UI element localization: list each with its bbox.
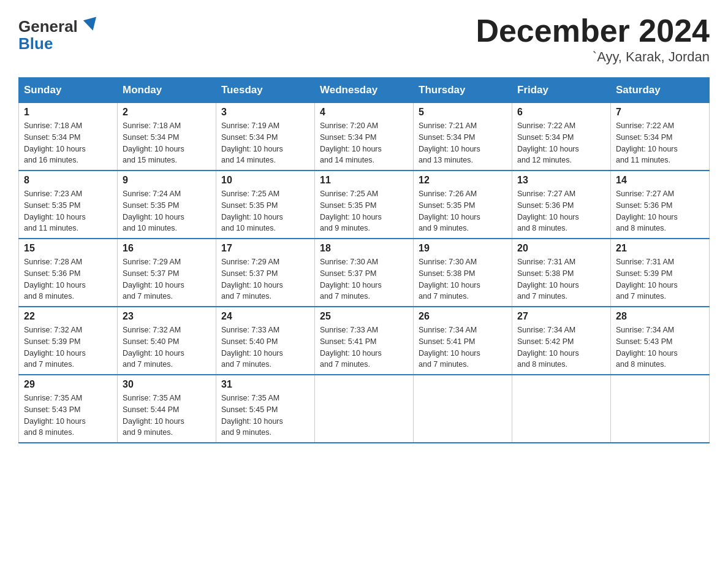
- calendar-table: Sunday Monday Tuesday Wednesday Thursday…: [18, 77, 710, 443]
- table-row: 15 Sunrise: 7:28 AM Sunset: 5:36 PM Dayl…: [19, 239, 118, 307]
- day-number: 14: [616, 175, 704, 186]
- table-row: [611, 375, 710, 443]
- day-number: 3: [221, 107, 309, 118]
- day-info: Sunrise: 7:30 AM Sunset: 5:38 PM Dayligh…: [419, 256, 507, 302]
- day-number: 16: [123, 243, 211, 254]
- table-row: 6 Sunrise: 7:22 AM Sunset: 5:34 PM Dayli…: [512, 103, 611, 171]
- table-row: 2 Sunrise: 7:18 AM Sunset: 5:34 PM Dayli…: [118, 103, 216, 171]
- day-info: Sunrise: 7:35 AM Sunset: 5:44 PM Dayligh…: [123, 393, 211, 439]
- day-number: 2: [123, 107, 211, 118]
- table-row: 21 Sunrise: 7:31 AM Sunset: 5:39 PM Dayl…: [611, 239, 710, 307]
- day-info: Sunrise: 7:32 AM Sunset: 5:39 PM Dayligh…: [24, 324, 112, 370]
- table-row: [414, 375, 512, 443]
- table-row: 22 Sunrise: 7:32 AM Sunset: 5:39 PM Dayl…: [19, 307, 118, 375]
- day-info: Sunrise: 7:24 AM Sunset: 5:35 PM Dayligh…: [123, 188, 211, 234]
- svg-text:Blue: Blue: [18, 34, 53, 53]
- table-row: 25 Sunrise: 7:33 AM Sunset: 5:41 PM Dayl…: [315, 307, 414, 375]
- logo-svg: General Blue: [18, 12, 104, 55]
- calendar-week-row: 15 Sunrise: 7:28 AM Sunset: 5:36 PM Dayl…: [19, 239, 710, 307]
- header-saturday: Saturday: [611, 78, 710, 103]
- day-info: Sunrise: 7:30 AM Sunset: 5:37 PM Dayligh…: [320, 256, 408, 302]
- calendar-week-row: 29 Sunrise: 7:35 AM Sunset: 5:43 PM Dayl…: [19, 375, 710, 443]
- table-row: 16 Sunrise: 7:29 AM Sunset: 5:37 PM Dayl…: [118, 239, 216, 307]
- table-row: 14 Sunrise: 7:27 AM Sunset: 5:36 PM Dayl…: [611, 170, 710, 239]
- day-info: Sunrise: 7:35 AM Sunset: 5:45 PM Dayligh…: [221, 393, 309, 439]
- table-row: 29 Sunrise: 7:35 AM Sunset: 5:43 PM Dayl…: [19, 375, 118, 443]
- table-row: 26 Sunrise: 7:34 AM Sunset: 5:41 PM Dayl…: [414, 307, 512, 375]
- day-number: 18: [320, 243, 408, 254]
- day-info: Sunrise: 7:33 AM Sunset: 5:40 PM Dayligh…: [221, 324, 309, 370]
- day-number: 22: [24, 311, 112, 322]
- day-info: Sunrise: 7:31 AM Sunset: 5:38 PM Dayligh…: [517, 256, 605, 302]
- day-info: Sunrise: 7:18 AM Sunset: 5:34 PM Dayligh…: [123, 120, 211, 166]
- day-number: 24: [221, 311, 309, 322]
- table-row: 27 Sunrise: 7:34 AM Sunset: 5:42 PM Dayl…: [512, 307, 611, 375]
- day-info: Sunrise: 7:18 AM Sunset: 5:34 PM Dayligh…: [24, 120, 112, 166]
- day-info: Sunrise: 7:29 AM Sunset: 5:37 PM Dayligh…: [123, 256, 211, 302]
- header-tuesday: Tuesday: [216, 78, 315, 103]
- day-info: Sunrise: 7:28 AM Sunset: 5:36 PM Dayligh…: [24, 256, 112, 302]
- table-row: 8 Sunrise: 7:23 AM Sunset: 5:35 PM Dayli…: [19, 170, 118, 239]
- month-title: December 2024: [476, 12, 710, 49]
- day-info: Sunrise: 7:29 AM Sunset: 5:37 PM Dayligh…: [221, 256, 309, 302]
- day-number: 13: [517, 175, 605, 186]
- logo: General Blue: [18, 12, 104, 55]
- day-info: Sunrise: 7:22 AM Sunset: 5:34 PM Dayligh…: [616, 120, 704, 166]
- day-info: Sunrise: 7:35 AM Sunset: 5:43 PM Dayligh…: [24, 393, 112, 439]
- day-info: Sunrise: 7:27 AM Sunset: 5:36 PM Dayligh…: [616, 188, 704, 234]
- day-number: 26: [419, 311, 507, 322]
- day-number: 31: [221, 379, 309, 390]
- table-row: 28 Sunrise: 7:34 AM Sunset: 5:43 PM Dayl…: [611, 307, 710, 375]
- table-row: 24 Sunrise: 7:33 AM Sunset: 5:40 PM Dayl…: [216, 307, 315, 375]
- day-number: 15: [24, 243, 112, 254]
- day-number: 4: [320, 107, 408, 118]
- day-number: 20: [517, 243, 605, 254]
- day-number: 6: [517, 107, 605, 118]
- table-row: 9 Sunrise: 7:24 AM Sunset: 5:35 PM Dayli…: [118, 170, 216, 239]
- day-number: 11: [320, 175, 408, 186]
- day-number: 9: [123, 175, 211, 186]
- table-row: 10 Sunrise: 7:25 AM Sunset: 5:35 PM Dayl…: [216, 170, 315, 239]
- day-info: Sunrise: 7:20 AM Sunset: 5:34 PM Dayligh…: [320, 120, 408, 166]
- calendar-week-row: 22 Sunrise: 7:32 AM Sunset: 5:39 PM Dayl…: [19, 307, 710, 375]
- table-row: 20 Sunrise: 7:31 AM Sunset: 5:38 PM Dayl…: [512, 239, 611, 307]
- day-number: 5: [419, 107, 507, 118]
- day-info: Sunrise: 7:23 AM Sunset: 5:35 PM Dayligh…: [24, 188, 112, 234]
- day-info: Sunrise: 7:34 AM Sunset: 5:43 PM Dayligh…: [616, 324, 704, 370]
- day-number: 12: [419, 175, 507, 186]
- location: `Ayy, Karak, Jordan: [476, 49, 710, 65]
- header-wednesday: Wednesday: [315, 78, 414, 103]
- day-info: Sunrise: 7:34 AM Sunset: 5:41 PM Dayligh…: [419, 324, 507, 370]
- day-number: 8: [24, 175, 112, 186]
- day-info: Sunrise: 7:31 AM Sunset: 5:39 PM Dayligh…: [616, 256, 704, 302]
- header-friday: Friday: [512, 78, 611, 103]
- page-header: General Blue December 2024 `Ayy, Karak, …: [18, 12, 710, 65]
- header-thursday: Thursday: [414, 78, 512, 103]
- table-row: 19 Sunrise: 7:30 AM Sunset: 5:38 PM Dayl…: [414, 239, 512, 307]
- day-number: 21: [616, 243, 704, 254]
- table-row: 30 Sunrise: 7:35 AM Sunset: 5:44 PM Dayl…: [118, 375, 216, 443]
- day-number: 30: [123, 379, 211, 390]
- table-row: [315, 375, 414, 443]
- header-sunday: Sunday: [19, 78, 118, 103]
- table-row: 4 Sunrise: 7:20 AM Sunset: 5:34 PM Dayli…: [315, 103, 414, 171]
- table-row: 13 Sunrise: 7:27 AM Sunset: 5:36 PM Dayl…: [512, 170, 611, 239]
- day-info: Sunrise: 7:27 AM Sunset: 5:36 PM Dayligh…: [517, 188, 605, 234]
- title-block: December 2024 `Ayy, Karak, Jordan: [476, 12, 710, 65]
- day-info: Sunrise: 7:25 AM Sunset: 5:35 PM Dayligh…: [221, 188, 309, 234]
- day-number: 28: [616, 311, 704, 322]
- day-info: Sunrise: 7:33 AM Sunset: 5:41 PM Dayligh…: [320, 324, 408, 370]
- days-header-row: Sunday Monday Tuesday Wednesday Thursday…: [19, 78, 710, 103]
- day-number: 29: [24, 379, 112, 390]
- day-number: 7: [616, 107, 704, 118]
- day-info: Sunrise: 7:21 AM Sunset: 5:34 PM Dayligh…: [419, 120, 507, 166]
- table-row: 12 Sunrise: 7:26 AM Sunset: 5:35 PM Dayl…: [414, 170, 512, 239]
- table-row: 7 Sunrise: 7:22 AM Sunset: 5:34 PM Dayli…: [611, 103, 710, 171]
- day-info: Sunrise: 7:34 AM Sunset: 5:42 PM Dayligh…: [517, 324, 605, 370]
- day-info: Sunrise: 7:26 AM Sunset: 5:35 PM Dayligh…: [419, 188, 507, 234]
- table-row: 17 Sunrise: 7:29 AM Sunset: 5:37 PM Dayl…: [216, 239, 315, 307]
- day-number: 17: [221, 243, 309, 254]
- day-info: Sunrise: 7:25 AM Sunset: 5:35 PM Dayligh…: [320, 188, 408, 234]
- table-row: 5 Sunrise: 7:21 AM Sunset: 5:34 PM Dayli…: [414, 103, 512, 171]
- table-row: 31 Sunrise: 7:35 AM Sunset: 5:45 PM Dayl…: [216, 375, 315, 443]
